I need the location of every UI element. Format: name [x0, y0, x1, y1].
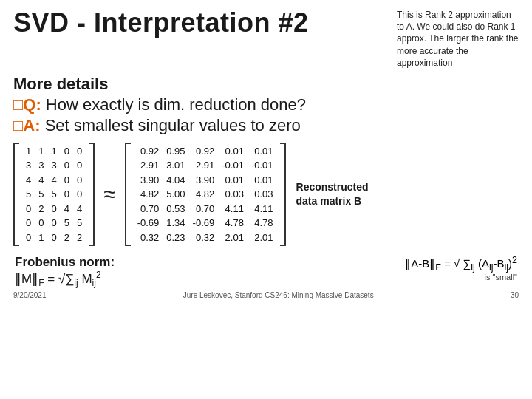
footer-row: 9/20/2021 Jure Leskovec, Stanford CS246:… — [13, 291, 519, 299]
ab-formula-text: ‖A-B‖F = √ ∑ij (Aij-Bij)2 — [405, 255, 517, 273]
header-row: SVD - Interpretation #2 This is Rank 2 a… — [13, 7, 519, 69]
footer-page: 30 — [511, 291, 519, 299]
table-row: 55500 — [22, 187, 86, 202]
answer-line: □A: Set smallest singular values to zero — [13, 116, 519, 135]
table-row: 0.700.530.704.114.11 — [134, 202, 277, 216]
right-matrix-table: 0.920.950.920.010.01 2.913.012.91-0.01-0… — [134, 144, 277, 245]
bracket-left2-icon — [125, 143, 131, 247]
a-label: □A: — [13, 116, 41, 134]
rank-note: This is Rank 2 approximation to A. We co… — [397, 7, 519, 69]
left-matrix-table: 11100 33300 44400 55500 02044 00055 0102… — [22, 144, 86, 245]
frobenius-formula: ‖M‖F = √∑ij Mij2 — [15, 270, 115, 288]
matrices-row: 11100 33300 44400 55500 02044 00055 0102… — [13, 143, 519, 247]
frobenius-title: Frobenius norm: — [15, 255, 115, 270]
left-matrix: 11100 33300 44400 55500 02044 00055 0102… — [13, 143, 95, 247]
table-row: 4.825.004.820.030.03 — [134, 187, 277, 202]
table-row: 0.320.230.322.012.01 — [134, 231, 277, 245]
table-row: 02044 — [22, 202, 86, 216]
footer-citation: Jure Leskovec, Stanford CS246: Mining Ma… — [183, 291, 374, 299]
question-line: □Q: How exactly is dim. reduction done? — [13, 95, 519, 115]
right-matrix: 0.920.950.920.010.01 2.913.012.91-0.01-0… — [125, 143, 286, 247]
bracket-left-icon — [13, 143, 19, 247]
reconstructed-label: Reconstructeddata matrix B — [296, 180, 369, 209]
bottom-section: Frobenius norm: ‖M‖F = √∑ij Mij2 ‖A-B‖F … — [13, 255, 519, 288]
table-row: 3.904.043.900.010.01 — [134, 173, 277, 188]
approx-sign: ≈ — [100, 182, 118, 207]
right-matrix-inner: 0.920.950.920.010.01 2.913.012.91-0.01-0… — [131, 143, 280, 247]
table-row: 0.920.950.920.010.01 — [134, 144, 277, 159]
table-row: 01022 — [22, 231, 86, 245]
bracket-right2-icon — [280, 143, 286, 247]
left-matrix-inner: 11100 33300 44400 55500 02044 00055 0102… — [19, 143, 89, 247]
ab-formula-section: ‖A-B‖F = √ ∑ij (Aij-Bij)2 is "small" — [405, 255, 517, 282]
frobenius-section: Frobenius norm: ‖M‖F = √∑ij Mij2 — [15, 255, 115, 288]
a-text: Set smallest singular values to zero — [45, 116, 301, 134]
table-row: 33300 — [22, 158, 86, 173]
table-row: 44400 — [22, 173, 86, 188]
footer-date: 9/20/2021 — [13, 291, 47, 299]
table-row: -0.691.34-0.694.784.78 — [134, 216, 277, 231]
table-row: 2.913.012.91-0.01-0.01 — [134, 158, 277, 173]
table-row: 00055 — [22, 216, 86, 231]
is-small-label: is "small" — [405, 273, 517, 282]
page-title: SVD - Interpretation #2 — [13, 7, 309, 38]
q-label: □Q: — [13, 95, 41, 114]
bracket-right-icon — [89, 143, 95, 247]
q-text: How exactly is dim. reduction done? — [46, 95, 306, 114]
main-container: SVD - Interpretation #2 This is Rank 2 a… — [0, 0, 532, 399]
table-row: 11100 — [22, 144, 86, 159]
more-details-label: More details — [13, 75, 519, 94]
